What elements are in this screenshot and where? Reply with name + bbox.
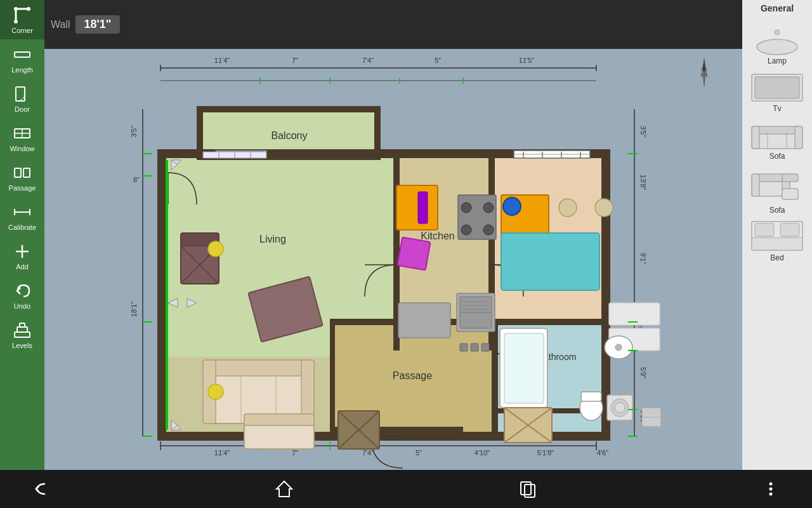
bed-preview <box>749 218 806 253</box>
svg-text:3'5": 3'5" <box>130 126 138 137</box>
svg-point-18 <box>757 39 797 55</box>
svg-rect-142 <box>418 192 428 224</box>
tool-window[interactable]: Window <box>0 118 44 157</box>
svg-rect-161 <box>501 233 599 290</box>
passage-icon <box>12 163 32 183</box>
svg-text:9'1": 9'1" <box>639 253 647 264</box>
tv-label: Tv <box>773 104 781 113</box>
svg-text:5": 5" <box>435 57 441 64</box>
svg-text:5'1'8": 5'1'8" <box>537 449 554 457</box>
calibrate-icon <box>12 202 32 222</box>
canvas-area[interactable]: 11'4" 7" 7'4" 5" 11'5" 11'4" 7" 7'4" 5" … <box>44 49 742 470</box>
svg-point-167 <box>615 344 622 351</box>
svg-rect-143 <box>397 237 430 271</box>
tool-levels[interactable]: Levels <box>0 315 44 354</box>
tool-length[interactable]: Length <box>0 39 44 79</box>
svg-text:7": 7" <box>292 57 298 64</box>
tool-undo[interactable]: Undo <box>0 276 44 315</box>
svg-rect-127 <box>203 360 314 376</box>
tool-add[interactable]: Add <box>0 236 44 276</box>
svg-rect-17 <box>20 323 25 327</box>
window-icon <box>12 123 32 144</box>
svg-point-198 <box>769 493 772 496</box>
svg-point-172 <box>615 403 625 413</box>
corner-label: Corner <box>11 27 33 34</box>
door-icon <box>12 84 32 104</box>
furniture-lamp[interactable]: Lamp <box>745 18 809 67</box>
tool-passage[interactable]: Passage <box>0 157 44 197</box>
sofa1-label: Sofa <box>769 152 785 161</box>
furniture-tv[interactable]: Tv <box>745 69 809 114</box>
svg-text:5'9": 5'9" <box>639 367 647 378</box>
svg-text:3'5": 3'5" <box>639 126 647 137</box>
svg-text:11'5": 11'5" <box>519 57 534 64</box>
svg-text:7'4": 7'4" <box>362 449 374 457</box>
svg-rect-15 <box>15 332 30 337</box>
tv-preview <box>749 69 806 104</box>
svg-point-139 <box>208 241 223 257</box>
tool-door[interactable]: Door <box>0 79 44 118</box>
svg-rect-35 <box>755 224 774 236</box>
top-bar: Wall 18'1" <box>44 0 780 49</box>
svg-text:11'4": 11'4" <box>214 57 230 64</box>
svg-text:4'6": 4'6" <box>597 449 608 457</box>
tool-corner[interactable]: Corner <box>0 0 44 39</box>
svg-rect-24 <box>752 126 759 149</box>
levels-label: Levels <box>12 342 32 349</box>
svg-rect-8 <box>15 168 21 177</box>
svg-point-2 <box>27 7 30 11</box>
svg-text:5": 5" <box>416 449 422 457</box>
svg-text:13'8": 13'8" <box>639 175 647 190</box>
svg-rect-3 <box>15 52 30 57</box>
add-label: Add <box>16 263 29 271</box>
svg-rect-93 <box>330 322 335 436</box>
svg-rect-181 <box>460 344 468 351</box>
svg-point-147 <box>461 225 471 235</box>
svg-text:Living: Living <box>259 234 286 244</box>
door-label: Door <box>15 105 30 113</box>
add-icon <box>12 241 32 262</box>
svg-text:8": 8" <box>133 176 140 184</box>
svg-marker-193 <box>277 481 292 497</box>
lamp-label: Lamp <box>768 57 787 65</box>
svg-rect-183 <box>481 344 489 351</box>
svg-point-196 <box>769 483 772 486</box>
svg-point-197 <box>769 488 772 491</box>
svg-rect-36 <box>780 224 799 236</box>
svg-rect-9 <box>23 168 30 177</box>
floorplan: 11'4" 7" 7'4" 5" 11'5" 11'4" 7" 7'4" 5" … <box>44 49 742 470</box>
svg-point-157 <box>503 197 521 215</box>
furniture-sofa2[interactable]: Sofa <box>745 164 809 216</box>
furniture-bed[interactable]: Bed <box>745 218 809 264</box>
home-button[interactable] <box>268 473 300 505</box>
svg-text:18'1": 18'1" <box>130 302 138 317</box>
back-button[interactable] <box>25 473 57 505</box>
furniture-sofa1[interactable]: Sofa <box>745 117 809 162</box>
svg-text:Passage: Passage <box>393 370 432 381</box>
svg-text:7": 7" <box>292 449 298 457</box>
svg-rect-33 <box>782 174 798 182</box>
bottom-bar <box>0 470 812 508</box>
svg-rect-4 <box>16 87 25 101</box>
calibrate-label: Calibrate <box>8 224 36 231</box>
recent-button[interactable] <box>512 473 544 505</box>
length-icon <box>12 44 32 65</box>
panel-title: General <box>745 3 809 16</box>
svg-rect-169 <box>581 392 601 401</box>
length-label: Length <box>11 66 33 74</box>
svg-point-0 <box>14 7 18 11</box>
svg-point-159 <box>595 199 613 217</box>
wall-label: Wall <box>51 19 70 30</box>
svg-rect-32 <box>782 189 798 199</box>
svg-text:7'4": 7'4" <box>362 57 374 64</box>
bed-label: Bed <box>770 253 783 262</box>
svg-rect-133 <box>244 414 314 425</box>
svg-rect-165 <box>504 333 544 403</box>
svg-rect-21 <box>755 77 799 98</box>
tool-calibrate[interactable]: Calibrate <box>0 197 44 236</box>
svg-rect-141 <box>396 185 438 230</box>
sofa2-preview <box>749 164 806 206</box>
more-button[interactable] <box>755 473 787 505</box>
svg-rect-25 <box>795 126 802 149</box>
svg-text:4'10": 4'10" <box>475 449 490 457</box>
